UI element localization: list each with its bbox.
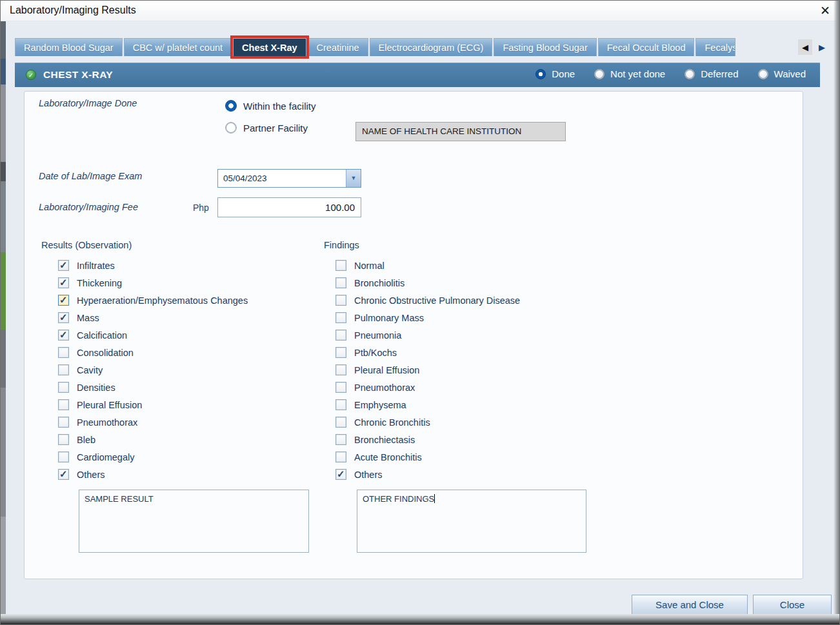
result-checkbox-row[interactable]: Consolidation (58, 346, 248, 359)
finding-checkbox-row[interactable]: Pneumothorax (335, 381, 520, 394)
tab[interactable]: CBC w/ platelet count (124, 38, 232, 56)
finding-checkbox-row[interactable]: Chronic Obstructive Pulmonary Disease (335, 293, 520, 307)
checkbox-label: Bleb (77, 435, 95, 445)
finding-checkbox-row[interactable]: Pulmonary Mass (335, 311, 520, 324)
checkbox-icon (58, 330, 69, 341)
checkbox-label: Pleural Effusion (77, 400, 142, 410)
close-button[interactable]: Close (753, 595, 832, 615)
radio-icon (594, 69, 605, 79)
save-and-close-button[interactable]: Save and Close (632, 595, 748, 615)
checkbox-label: Pneumonia (354, 330, 401, 341)
date-exam-label: Date of Lab/Image Exam (39, 171, 142, 181)
laboratory-imaging-results-dialog: Laboratory/Imaging Results ✕ Random Bloo… (0, 0, 840, 625)
radio-icon (758, 69, 768, 79)
window-title: Laboratory/Imaging Results (10, 5, 136, 16)
date-exam-picker[interactable]: 05/04/2023 ▼ (217, 169, 361, 188)
tab-scroll-right-button[interactable]: ▶ (815, 39, 829, 55)
status-radio-label: Deferred (701, 68, 738, 79)
results-header: Results (Observation) (41, 240, 132, 250)
result-checkbox-row[interactable]: Others (58, 468, 248, 481)
tab-label: Creatinine (317, 43, 359, 53)
result-checkbox-row[interactable]: Hyperaeration/Emphysematous Changes (58, 293, 248, 307)
tab[interactable]: Chest X-Ray (233, 38, 306, 56)
checkbox-label: Densities (77, 382, 115, 393)
tab-label: Random Blood Sugar (24, 43, 114, 53)
tab-label: Fecal Occult Blood (607, 43, 686, 53)
checkbox-icon (335, 469, 346, 480)
facility-radio-within[interactable]: Within the facility (225, 100, 316, 112)
tab[interactable]: Fasting Blood Sugar (494, 38, 596, 56)
checkbox-label: Ptb/Kochs (354, 348, 397, 358)
fee-field[interactable]: 100.00 (217, 197, 361, 217)
section-title: CHEST X-RAY (43, 69, 113, 81)
facility-radio-partner[interactable]: Partner Facility (225, 122, 308, 134)
checkbox-label: Thickening (77, 278, 122, 288)
checkbox-icon (335, 382, 346, 393)
checkbox-label: Bronchiolitis (354, 278, 405, 288)
result-checkbox-row[interactable]: Cardiomegaly (58, 450, 248, 464)
finding-checkbox-row[interactable]: Ptb/Kochs (335, 346, 520, 359)
status-radio-label: Waived (774, 68, 806, 79)
status-radio-option[interactable]: Deferred (685, 68, 738, 79)
lab-done-label: Laboratory/Image Done (39, 98, 137, 108)
tab[interactable]: Random Blood Sugar (15, 38, 123, 56)
checkbox-label: Pneumothorax (354, 382, 415, 393)
checkbox-icon (58, 260, 69, 271)
tab-label: Electrocardiogram (ECG) (379, 43, 484, 53)
chevron-left-icon: ◀ (802, 43, 808, 52)
status-radio-option[interactable]: Not yet done (594, 68, 665, 79)
result-checkbox-row[interactable]: Cavity (58, 363, 248, 377)
result-checkbox-row[interactable]: Thickening (58, 276, 248, 290)
tab[interactable]: Fecalys (695, 38, 735, 56)
checkbox-label: Chronic Obstructive Pulmonary Disease (354, 295, 520, 306)
checkbox-label: Chronic Bronchitis (354, 417, 430, 428)
close-icon[interactable]: ✕ (820, 4, 830, 18)
finding-checkbox-row[interactable]: Pneumonia (335, 328, 520, 342)
checkbox-icon (335, 417, 346, 428)
findings-other-textarea[interactable]: OTHER FINDINGS (357, 490, 586, 553)
checkbox-icon (58, 347, 69, 358)
checkbox-icon (58, 434, 69, 445)
checkbox-icon (335, 434, 346, 445)
result-checkbox-row[interactable]: Mass (58, 311, 248, 324)
results-other-text: SAMPLE RESULT (85, 494, 154, 504)
finding-checkbox-row[interactable]: Emphysema (335, 398, 520, 412)
tab-label: Fecalys (705, 43, 735, 53)
checkbox-icon (58, 382, 69, 393)
tab-scroll-left-button[interactable]: ◀ (798, 39, 812, 55)
status-radio-label: Done (552, 68, 575, 79)
checkbox-label: Normal (354, 261, 385, 271)
checkbox-icon (58, 364, 69, 375)
finding-checkbox-row[interactable]: Acute Bronchitis (335, 450, 520, 464)
results-other-textarea[interactable]: SAMPLE RESULT (79, 490, 309, 553)
checkbox-icon (335, 277, 346, 288)
tab[interactable]: Creatinine (308, 38, 368, 56)
tab[interactable]: Electrocardiogram (ECG) (370, 38, 493, 56)
status-radio-label: Not yet done (610, 68, 665, 79)
result-checkbox-row[interactable]: Bleb (58, 433, 248, 446)
window-edge-shadow-right (834, 1, 839, 624)
finding-checkbox-row[interactable]: Others (335, 468, 520, 481)
result-checkbox-row[interactable]: Densities (58, 381, 248, 394)
finding-checkbox-row[interactable]: Normal (335, 259, 520, 272)
finding-checkbox-row[interactable]: Chronic Bronchitis (335, 415, 520, 429)
checkbox-label: Emphysema (354, 400, 406, 410)
status-radio-option[interactable]: Done (535, 68, 575, 79)
institution-name-field[interactable]: NAME OF HEALTH CARE INSTITUTION (355, 122, 566, 141)
checkbox-icon (335, 312, 346, 323)
status-radio-option[interactable]: Waived (758, 68, 806, 79)
tab[interactable]: Fecal Occult Blood (598, 38, 695, 56)
result-checkbox-row[interactable]: Infiltrates (58, 259, 248, 272)
result-checkbox-row[interactable]: Calcification (58, 328, 248, 342)
checkbox-icon (335, 295, 346, 306)
tab-label: CBC w/ platelet count (133, 43, 223, 53)
finding-checkbox-row[interactable]: Bronchiectasis (335, 433, 520, 446)
finding-checkbox-row[interactable]: Bronchiolitis (335, 276, 520, 290)
result-checkbox-row[interactable]: Pneumothorax (58, 415, 248, 429)
finding-checkbox-row[interactable]: Pleural Effusion (335, 363, 520, 377)
date-exam-value: 05/04/2023 (218, 170, 346, 187)
radio-icon (225, 122, 237, 134)
lab-results-tabbar: Random Blood Sugar CBC w/ platelet count… (15, 38, 737, 56)
dropdown-arrow-icon[interactable]: ▼ (346, 170, 361, 187)
result-checkbox-row[interactable]: Pleural Effusion (58, 398, 248, 412)
